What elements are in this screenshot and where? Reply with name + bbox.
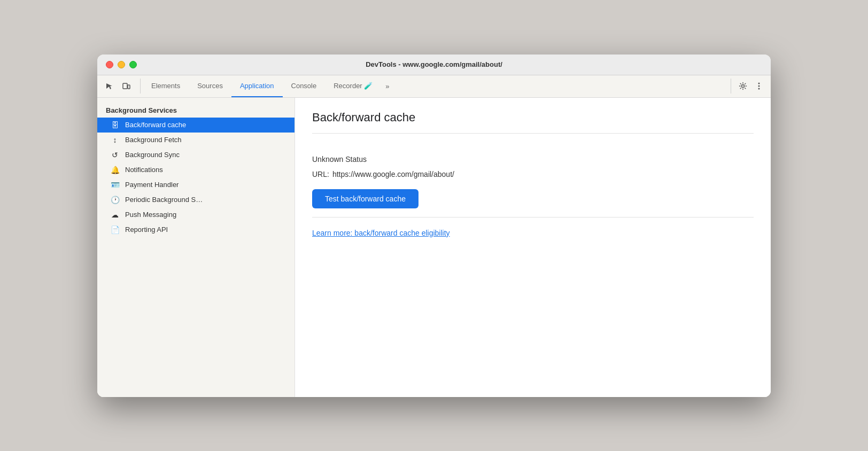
more-tabs-button[interactable]: » (381, 82, 393, 90)
svg-point-4 (758, 85, 760, 87)
url-row: URL: https://www.google.com/gmail/about/ (312, 170, 754, 178)
sidebar-item-label: Reporting API (125, 226, 168, 234)
toolbar: Elements Sources Application Console Rec… (97, 75, 771, 98)
content-panel: Back/forward cache Unknown Status URL: h… (295, 98, 771, 397)
tab-elements[interactable]: Elements (143, 75, 189, 97)
payment-handler-icon: 🪪 (110, 181, 120, 189)
sidebar-item-reporting-api[interactable]: 📄 Reporting API (97, 222, 294, 237)
svg-point-3 (758, 83, 760, 84)
notifications-icon: 🔔 (110, 166, 120, 174)
minimize-button[interactable] (118, 61, 125, 68)
sidebar: Background Services 🗄 Back/forward cache… (97, 98, 295, 397)
test-cache-button[interactable]: Test back/forward cache (312, 189, 418, 208)
devtools-window: DevTools - www.google.com/gmail/about/ E… (97, 55, 771, 397)
tabs-bar: Elements Sources Application Console Rec… (143, 75, 728, 97)
toolbar-icons (102, 79, 141, 94)
tab-console[interactable]: Console (283, 75, 326, 97)
toolbar-right (731, 79, 766, 94)
reporting-api-icon: 📄 (110, 226, 120, 234)
sidebar-item-label: Push Messaging (125, 211, 176, 219)
tab-application[interactable]: Application (231, 75, 283, 97)
svg-rect-1 (128, 85, 130, 89)
sidebar-item-push-messaging[interactable]: ☁ Push Messaging (97, 207, 294, 222)
titlebar: DevTools - www.google.com/gmail/about/ (97, 55, 771, 75)
window-title: DevTools - www.google.com/gmail/about/ (366, 60, 502, 68)
status-row: Unknown Status URL: https://www.google.c… (312, 146, 754, 217)
background-sync-icon: ↺ (110, 151, 120, 159)
main-area: Background Services 🗄 Back/forward cache… (97, 98, 771, 397)
sidebar-item-background-fetch[interactable]: ↕ Background Fetch (97, 133, 294, 147)
sidebar-item-payment-handler[interactable]: 🪪 Payment Handler (97, 177, 294, 192)
tab-sources[interactable]: Sources (189, 75, 231, 97)
settings-icon[interactable] (735, 79, 750, 94)
svg-point-5 (758, 88, 760, 90)
sidebar-item-label: Payment Handler (125, 181, 179, 189)
device-toggle-icon[interactable] (119, 79, 134, 94)
inspect-icon[interactable] (102, 79, 117, 94)
learn-more-link[interactable]: Learn more: back/forward cache eligibili… (312, 229, 450, 237)
sidebar-item-label: Notifications (125, 166, 163, 174)
sidebar-item-label: Background Fetch (125, 136, 182, 144)
back-forward-cache-icon: 🗄 (110, 121, 120, 129)
learn-more-row: Learn more: back/forward cache eligibili… (312, 217, 754, 248)
sidebar-item-notifications[interactable]: 🔔 Notifications (97, 162, 294, 177)
sidebar-item-label: Periodic Background S… (125, 196, 203, 204)
push-messaging-icon: ☁ (110, 211, 120, 219)
sidebar-item-periodic-background[interactable]: 🕐 Periodic Background S… (97, 192, 294, 207)
svg-point-2 (742, 85, 745, 88)
url-value: https://www.google.com/gmail/about/ (332, 170, 454, 178)
more-options-icon[interactable] (751, 79, 766, 94)
traffic-lights (106, 61, 137, 68)
sidebar-section-title: Background Services (97, 102, 294, 118)
sidebar-item-label: Background Sync (125, 151, 180, 159)
sidebar-item-label: Back/forward cache (125, 121, 186, 129)
url-label: URL: (312, 170, 329, 178)
maximize-button[interactable] (129, 61, 137, 68)
close-button[interactable] (106, 61, 113, 68)
periodic-background-icon: 🕐 (110, 196, 120, 204)
status-text: Unknown Status (312, 155, 754, 164)
background-fetch-icon: ↕ (110, 136, 120, 144)
content-title: Back/forward cache (312, 111, 754, 134)
sidebar-item-background-sync[interactable]: ↺ Background Sync (97, 147, 294, 162)
sidebar-item-back-forward-cache[interactable]: 🗄 Back/forward cache (97, 118, 294, 133)
tab-recorder[interactable]: Recorder 🧪 (325, 75, 381, 97)
svg-rect-0 (123, 83, 127, 89)
